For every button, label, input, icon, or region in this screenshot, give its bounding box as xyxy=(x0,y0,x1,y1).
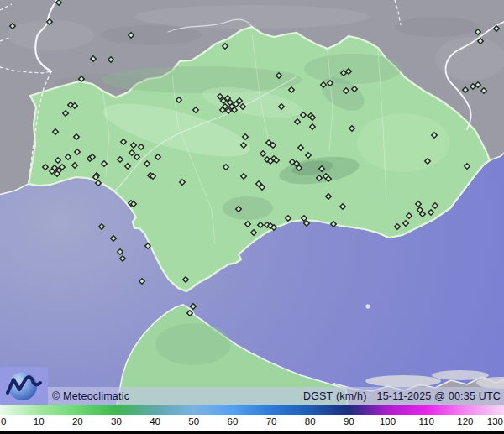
morocco-terrain-shading xyxy=(155,323,231,365)
scale-tick-label: 60 xyxy=(228,416,239,426)
scale-segment xyxy=(388,405,427,415)
scale-segment xyxy=(116,405,155,415)
scale-segment xyxy=(233,405,271,415)
scale-segment xyxy=(465,405,504,415)
product-label: DGST (km/h) xyxy=(303,390,367,402)
scale-tick-label: 50 xyxy=(188,416,199,426)
scale-tick-label: 90 xyxy=(344,416,354,426)
bottom-edge-line xyxy=(0,431,504,434)
map-canvas xyxy=(0,0,504,405)
scale-tick-label: 0 xyxy=(1,416,6,426)
scale-tick-label: 40 xyxy=(150,416,160,426)
scale-segment xyxy=(194,405,233,415)
color-scale-labels: 0102030405060708090100110120130 xyxy=(0,415,504,431)
scale-tick-label: 80 xyxy=(305,416,316,426)
scale-segment xyxy=(310,405,349,415)
scale-segment xyxy=(349,405,387,415)
scale-tick-label: 30 xyxy=(111,416,122,426)
scale-segment xyxy=(77,405,116,415)
weather-map-screenshot: © Meteoclimatic DGST (km/h) 15-11-2025 @… xyxy=(0,0,504,434)
scale-tick-label: 20 xyxy=(72,416,83,426)
alboran-island xyxy=(366,305,370,308)
copyright-label: © Meteoclimatic xyxy=(52,390,129,402)
color-scale-bar xyxy=(0,405,504,415)
scale-tick-label: 70 xyxy=(266,416,277,426)
scale-tick-label: 100 xyxy=(380,416,396,426)
footer-band: © Meteoclimatic DGST (km/h) 15-11-2025 @… xyxy=(0,387,504,405)
scale-segment xyxy=(0,405,39,415)
scale-segment xyxy=(271,405,310,415)
scale-segment xyxy=(155,405,194,415)
scale-segment xyxy=(427,405,465,415)
scale-tick-label: 130 xyxy=(487,416,503,426)
scale-tick-label: 10 xyxy=(34,416,45,426)
scale-tick-label: 120 xyxy=(457,416,473,426)
scale-segment xyxy=(39,405,77,415)
logo-wave-icon xyxy=(0,367,48,405)
datetime-label: 15-11-2025 @ 00:35 UTC xyxy=(377,390,501,402)
meteoclimatic-logo xyxy=(0,367,48,405)
scale-tick-label: 110 xyxy=(419,416,434,426)
